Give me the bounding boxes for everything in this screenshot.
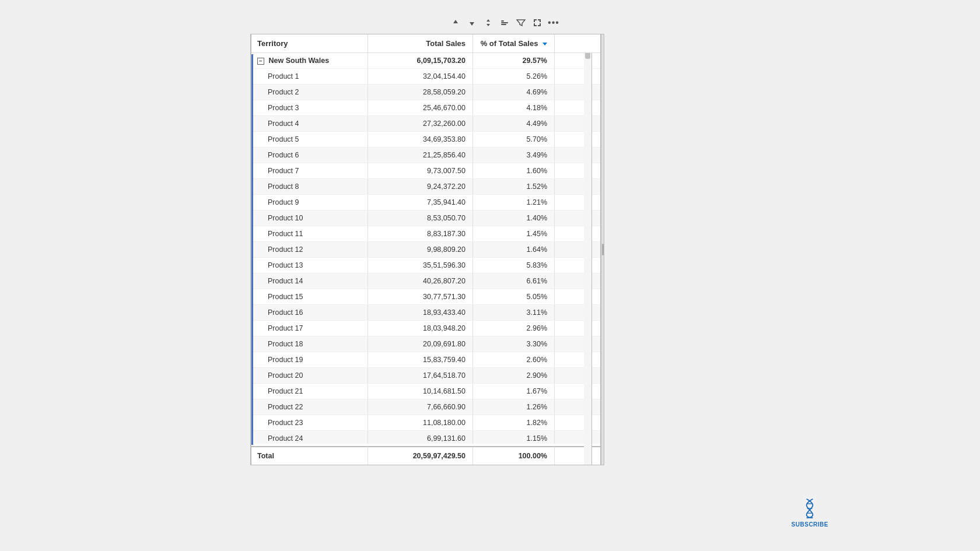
table-row[interactable]: Product 97,35,941.401.21% [251,195,600,210]
table-row[interactable]: Product 1915,83,759.402.60% [251,352,600,368]
product-sales-cell: 27,32,260.00 [368,116,473,131]
product-sales-cell: 40,26,807.20 [368,273,473,289]
table-row[interactable]: Product 228,58,059.204.69% [251,85,600,100]
product-name-cell: Product 11 [251,226,368,241]
product-name-cell: Product 13 [251,258,368,273]
more-icon[interactable]: ••• [547,16,560,29]
table-row[interactable]: Product 227,66,660.901.26% [251,399,600,415]
table-row[interactable]: Product 621,25,856.403.49% [251,148,600,163]
product-pct-cell: 5.05% [473,289,555,304]
table-row[interactable]: Product 89,24,372.201.52% [251,179,600,195]
expand-icon[interactable] [531,16,544,29]
product-sales-cell: 30,77,571.30 [368,289,473,304]
product-name-cell: Product 10 [251,210,368,226]
product-sales-cell: 18,03,948.20 [368,321,473,336]
table-row[interactable]: Product 1440,26,807.206.61% [251,273,600,289]
product-pct-cell: 5.26% [473,69,555,84]
col-header-territory: Territory [251,34,368,52]
product-name-cell: Product 12 [251,242,368,257]
group-header-row[interactable]: − New South Wales 6,09,15,703.20 29.57% [251,53,600,69]
product-pct-cell: 5.83% [473,258,555,273]
table-row[interactable]: Product 2110,14,681.501.67% [251,384,600,399]
product-pct-cell: 1.82% [473,415,555,430]
product-sales-cell: 32,04,154.40 [368,69,473,84]
col-header-pct: % of Total Sales [473,34,555,52]
product-pct-cell: 6.61% [473,273,555,289]
product-pct-cell: 1.40% [473,210,555,226]
product-name-cell: Product 23 [251,415,368,430]
product-sales-cell: 6,99,131.60 [368,431,473,444]
product-sales-cell: 8,53,050.70 [368,210,473,226]
product-name-cell: Product 5 [251,132,368,147]
right-resize-handle[interactable] [601,34,604,465]
product-sales-cell: 21,25,856.40 [368,148,473,163]
product-sales-cell: 17,64,518.70 [368,368,473,383]
product-pct-cell: 2.96% [473,321,555,336]
product-name-cell: Product 19 [251,352,368,367]
table-row[interactable]: Product 1530,77,571.305.05% [251,289,600,305]
sort-both-icon[interactable] [482,16,495,29]
product-pct-cell: 1.60% [473,163,555,178]
table-row[interactable]: Product 534,69,353.805.70% [251,132,600,148]
product-name-cell: Product 15 [251,289,368,304]
product-pct-cell: 1.67% [473,384,555,399]
product-pct-cell: 1.52% [473,179,555,194]
collapse-button[interactable]: − [257,58,264,65]
product-pct-cell: 4.18% [473,100,555,115]
product-sales-cell: 9,24,372.20 [368,179,473,194]
product-name-cell: Product 18 [251,336,368,352]
table-row[interactable]: Product 246,99,131.601.15% [251,431,600,444]
table-row[interactable]: Product 132,04,154.405.26% [251,69,600,85]
col-header-sales: Total Sales [368,34,473,52]
table-row[interactable]: Product 129,98,809.201.64% [251,242,600,258]
product-sales-cell: 20,09,691.80 [368,336,473,352]
product-name-cell: Product 1 [251,69,368,84]
table-row[interactable]: Product 1618,93,433.403.11% [251,305,600,321]
product-pct-cell: 1.64% [473,242,555,257]
product-pct-cell: 1.45% [473,226,555,241]
product-sales-cell: 11,08,180.00 [368,415,473,430]
table-row[interactable]: Product 1718,03,948.202.96% [251,321,600,336]
product-sales-cell: 18,93,433.40 [368,305,473,320]
svg-rect-1 [501,22,508,23]
product-sales-cell: 10,14,681.50 [368,384,473,399]
product-pct-cell: 1.26% [473,399,555,415]
product-name-cell: Product 20 [251,368,368,383]
table-row[interactable]: Product 427,32,260.004.49% [251,116,600,132]
group-icon[interactable] [498,16,511,29]
group-name-cell: − New South Wales [251,53,368,68]
group-sales-cell: 6,09,15,703.20 [368,53,473,68]
svg-rect-0 [501,20,504,22]
table-row[interactable]: Product 118,83,187.301.45% [251,226,600,242]
svg-rect-2 [501,24,506,25]
table-row[interactable]: Product 325,46,670.004.18% [251,100,600,116]
subscribe-badge[interactable]: SUBSCRIBE [792,498,828,528]
product-rows-container: Product 132,04,154.405.26%Product 228,58… [251,69,600,444]
table-row[interactable]: Product 2311,08,180.001.82% [251,415,600,431]
vertical-scrollbar[interactable] [584,34,592,465]
table-body: − New South Wales 6,09,15,703.20 29.57% … [251,53,600,444]
group-blue-bar [251,54,253,444]
product-pct-cell: 3.49% [473,148,555,163]
product-pct-cell: 1.21% [473,195,555,210]
product-name-cell: Product 22 [251,399,368,415]
product-name-cell: Product 3 [251,100,368,115]
sort-indicator [542,43,547,45]
product-name-cell: Product 21 [251,384,368,399]
product-sales-cell: 9,73,007.50 [368,163,473,178]
sort-asc-icon[interactable] [449,16,462,29]
subscribe-text: SUBSCRIBE [792,521,828,528]
table-row[interactable]: Product 1335,51,596.305.83% [251,258,600,273]
product-name-cell: Product 17 [251,321,368,336]
table-row[interactable]: Product 108,53,050.701.40% [251,210,600,226]
product-name-cell: Product 14 [251,273,368,289]
product-pct-cell: 1.15% [473,431,555,444]
product-sales-cell: 34,69,353.80 [368,132,473,147]
table-row[interactable]: Product 79,73,007.501.60% [251,163,600,179]
filter-icon[interactable] [514,16,527,29]
table-row[interactable]: Product 2017,64,518.702.90% [251,368,600,384]
table-footer: Total 20,59,97,429.50 100.00% [251,446,600,465]
product-pct-cell: 2.90% [473,368,555,383]
sort-desc-icon[interactable] [466,16,478,29]
table-row[interactable]: Product 1820,09,691.803.30% [251,336,600,352]
